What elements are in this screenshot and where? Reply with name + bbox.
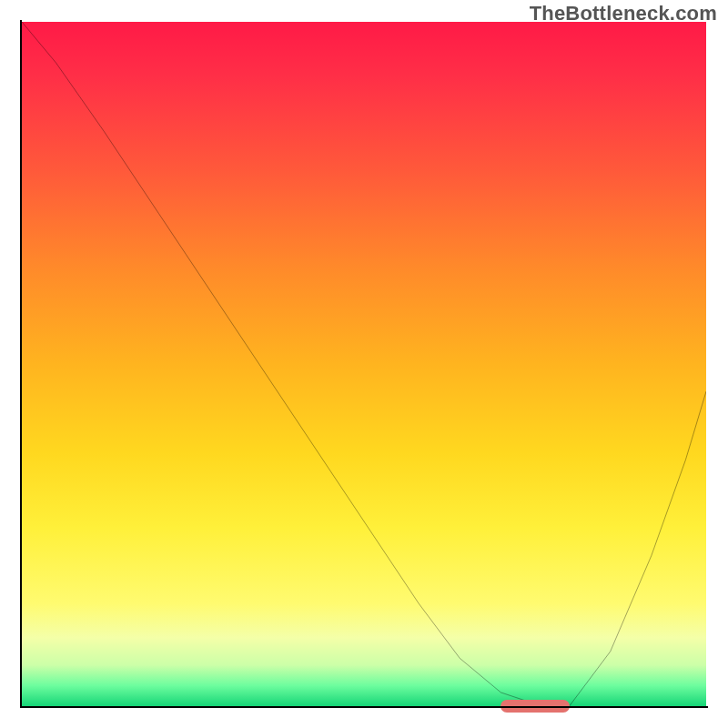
axis-left [20, 20, 22, 708]
bottleneck-curve [22, 22, 706, 706]
bottleneck-curve-svg [22, 22, 706, 706]
chart-plot-area [22, 22, 706, 706]
axis-bottom [20, 706, 708, 708]
